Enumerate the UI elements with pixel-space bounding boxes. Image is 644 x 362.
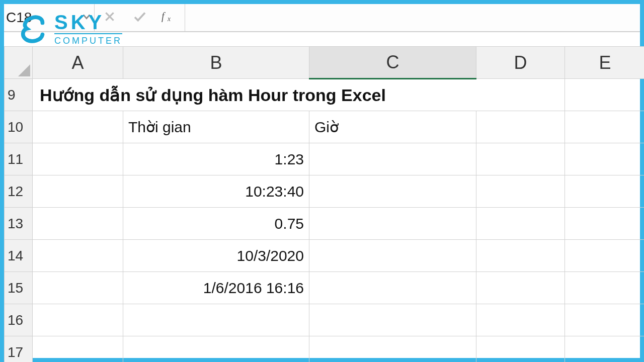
name-box[interactable]: C18: [4, 4, 94, 31]
row-9: 9 Hướng dẫn sử dụng hàm Hour trong Excel: [5, 79, 645, 111]
cell-B17[interactable]: [123, 336, 309, 363]
cell-D14[interactable]: [476, 240, 565, 272]
row-header[interactable]: 12: [5, 175, 33, 208]
cell-D16[interactable]: [476, 304, 565, 336]
column-header-row: A B C D E: [5, 47, 645, 79]
cell-A14[interactable]: [33, 240, 123, 272]
row-header[interactable]: 14: [5, 240, 33, 272]
name-box-wrap: C18: [4, 4, 95, 31]
cell-E17[interactable]: [565, 336, 645, 363]
cell-D15[interactable]: [476, 272, 565, 304]
row-17: 17: [5, 336, 645, 363]
cell-B11[interactable]: 1:23: [123, 143, 309, 175]
cell-B10[interactable]: Thời gian: [123, 111, 309, 143]
row-header[interactable]: 15: [5, 272, 33, 304]
cell-A10[interactable]: [33, 111, 123, 143]
cancel-button[interactable]: [95, 4, 125, 31]
cell-B13[interactable]: 0.75: [123, 208, 309, 240]
row-header[interactable]: 17: [5, 336, 33, 363]
cell-C16[interactable]: [309, 304, 476, 336]
row-13: 13 0.75: [5, 208, 645, 240]
cell-C10[interactable]: Giờ: [309, 111, 476, 143]
cell-D12[interactable]: [476, 175, 565, 208]
cell-A12[interactable]: [33, 175, 123, 208]
cell-E10[interactable]: [565, 111, 645, 143]
row-14: 14 10/3/2020: [5, 240, 645, 272]
formula-input[interactable]: [185, 4, 640, 31]
cell-C14[interactable]: [309, 240, 476, 272]
row-11: 11 1:23: [5, 143, 645, 175]
cell-A11[interactable]: [33, 143, 123, 175]
cell-E9[interactable]: [565, 79, 645, 111]
spreadsheet-grid[interactable]: A B C D E 9 Hướng dẫn sử dụng hàm Hour t…: [4, 46, 640, 358]
cell-E15[interactable]: [565, 272, 645, 304]
cell-E13[interactable]: [565, 208, 645, 240]
row-header[interactable]: 11: [5, 143, 33, 175]
select-all-corner[interactable]: [5, 47, 33, 79]
row-16: 16: [5, 304, 645, 336]
cancel-icon: [103, 10, 116, 25]
row-header[interactable]: 10: [5, 111, 33, 143]
column-header-A[interactable]: A: [33, 47, 123, 79]
svg-text:f: f: [162, 11, 166, 22]
cell-A16[interactable]: [33, 304, 123, 336]
row-10: 10 Thời gian Giờ: [5, 111, 645, 143]
cell-B12[interactable]: 10:23:40: [123, 175, 309, 208]
row-12: 12 10:23:40: [5, 175, 645, 208]
row-header[interactable]: 9: [5, 79, 33, 111]
dropdown-icon[interactable]: [82, 12, 91, 23]
cell-C15[interactable]: [309, 272, 476, 304]
column-header-E[interactable]: E: [565, 47, 645, 79]
enter-button[interactable]: [125, 4, 155, 31]
cell-A9-title[interactable]: Hướng dẫn sử dụng hàm Hour trong Excel: [33, 79, 565, 111]
svg-text:x: x: [167, 15, 170, 23]
cell-A17[interactable]: [33, 336, 123, 363]
cell-B15[interactable]: 1/6/2016 16:16: [123, 272, 309, 304]
cell-A15[interactable]: [33, 272, 123, 304]
enter-icon: [132, 9, 147, 26]
formula-bar: C18 f x: [4, 4, 640, 32]
cell-D10[interactable]: [476, 111, 565, 143]
cell-D17[interactable]: [476, 336, 565, 363]
cell-A13[interactable]: [33, 208, 123, 240]
row-header[interactable]: 16: [5, 304, 33, 336]
cell-E11[interactable]: [565, 143, 645, 175]
column-header-D[interactable]: D: [476, 47, 565, 79]
fx-icon: f x: [162, 10, 179, 26]
cell-E16[interactable]: [565, 304, 645, 336]
cell-C13[interactable]: [309, 208, 476, 240]
cell-D13[interactable]: [476, 208, 565, 240]
row-header[interactable]: 13: [5, 208, 33, 240]
column-header-C[interactable]: C: [309, 47, 476, 79]
column-header-B[interactable]: B: [123, 47, 309, 79]
cell-B14[interactable]: 10/3/2020: [123, 240, 309, 272]
cell-E12[interactable]: [565, 175, 645, 208]
cell-E14[interactable]: [565, 240, 645, 272]
insert-function-button[interactable]: f x: [155, 4, 185, 31]
cell-D11[interactable]: [476, 143, 565, 175]
logo-text-2: COMPUTER: [54, 36, 122, 45]
row-15: 15 1/6/2016 16:16: [5, 272, 645, 304]
cell-B16[interactable]: [123, 304, 309, 336]
cell-C11[interactable]: [309, 143, 476, 175]
cell-C12[interactable]: [309, 175, 476, 208]
cell-C17[interactable]: [309, 336, 476, 363]
